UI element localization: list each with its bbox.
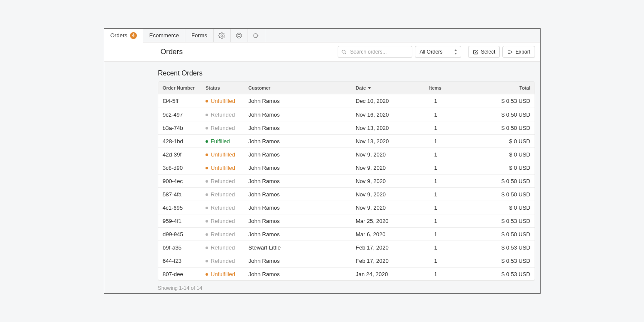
- cell-total: $ 0.53 USD: [446, 268, 535, 281]
- cell-items: 1: [411, 228, 446, 241]
- page-title: Orders: [160, 48, 183, 56]
- cell-total: $ 0.50 USD: [446, 188, 535, 201]
- status-dot-icon: [206, 140, 208, 143]
- cell-order-number: 428-1bd: [158, 135, 201, 148]
- table-row[interactable]: 3c8-d90UnfulfilledJohn RamosNov 9, 20201…: [158, 161, 535, 174]
- cell-customer: John Ramos: [244, 254, 351, 268]
- cell-customer: Stewart Little: [244, 241, 351, 254]
- cell-date: Nov 9, 2020: [351, 148, 411, 161]
- status-dot-icon: [206, 114, 208, 116]
- cell-order-number: f34-5ff: [158, 94, 201, 108]
- select-button[interactable]: Select: [468, 46, 500, 58]
- gear-icon: [218, 32, 225, 39]
- status-label: Refunded: [211, 178, 235, 184]
- export-button[interactable]: Export: [502, 46, 535, 58]
- cell-total: $ 0.53 USD: [446, 94, 535, 108]
- col-status[interactable]: Status: [201, 82, 244, 94]
- col-total[interactable]: Total: [446, 82, 535, 94]
- table-row[interactable]: b3a-74bRefundedJohn RamosNov 13, 20201$ …: [158, 121, 535, 134]
- table-row[interactable]: 959-4f1RefundedJohn RamosMar 25, 20201$ …: [158, 214, 535, 227]
- status-label: Unfulfilled: [211, 271, 235, 277]
- tab-ecommerce-label: Ecommerce: [149, 32, 179, 39]
- status-label: Refunded: [211, 258, 235, 264]
- cell-total: $ 0.53 USD: [446, 241, 535, 254]
- cell-status: Refunded: [201, 214, 244, 228]
- cell-order-number: 959-4f1: [158, 214, 201, 228]
- table-row[interactable]: 42d-39fUnfulfilledJohn RamosNov 9, 20201…: [158, 147, 535, 161]
- table-row[interactable]: 9c2-497RefundedJohn RamosNov 16, 20201$ …: [158, 108, 535, 121]
- cell-order-number: 3c8-d90: [158, 161, 201, 175]
- cell-date: Mar 6, 2020: [351, 228, 411, 241]
- status-dot-icon: [206, 127, 208, 129]
- cell-order-number: b9f-a35: [158, 241, 201, 254]
- cell-total: $ 0.53 USD: [446, 214, 535, 228]
- col-date[interactable]: Date: [351, 82, 411, 94]
- table-header: Order Number Status Customer Date Items …: [158, 82, 535, 94]
- table-row[interactable]: f34-5ffUnfulfilledJohn RamosDec 10, 2020…: [158, 94, 535, 108]
- table-row[interactable]: 644-f23RefundedJohn RamosFeb 17, 20201$ …: [158, 254, 535, 267]
- cell-order-number: 807-dee: [158, 268, 201, 281]
- cell-date: Dec 10, 2020: [351, 94, 411, 108]
- cell-status: Refunded: [201, 241, 244, 254]
- table-row[interactable]: 807-deeUnfulfilledJohn RamosJan 24, 2020…: [158, 267, 535, 280]
- tab-help-icon[interactable]: [231, 29, 248, 42]
- status-dot-icon: [206, 260, 208, 262]
- tab-ecommerce[interactable]: Ecommerce: [143, 29, 185, 42]
- cell-customer: John Ramos: [244, 188, 351, 201]
- tab-publish-icon[interactable]: [248, 29, 265, 42]
- select-button-label: Select: [481, 49, 495, 55]
- cell-items: 1: [411, 94, 446, 108]
- filter-select[interactable]: All Orders: [415, 46, 461, 58]
- search-input[interactable]: [338, 46, 412, 58]
- table-body: f34-5ffUnfulfilledJohn RamosDec 10, 2020…: [158, 94, 535, 280]
- cell-total: $ 0 USD: [446, 135, 535, 148]
- table-row[interactable]: 428-1bdFulfilledJohn RamosNov 13, 20201$…: [158, 134, 535, 147]
- table-row[interactable]: 4c1-695RefundedJohn RamosNov 9, 20201$ 0…: [158, 201, 535, 214]
- table-row[interactable]: b9f-a35RefundedStewart LittleFeb 17, 202…: [158, 241, 535, 254]
- status-dot-icon: [206, 153, 208, 156]
- status-dot-icon: [206, 207, 208, 209]
- section-title: Recent Orders: [158, 69, 535, 77]
- cell-items: 1: [411, 254, 446, 268]
- cell-items: 1: [411, 135, 446, 148]
- svg-line-3: [237, 33, 238, 34]
- cell-order-number: 42d-39f: [158, 148, 201, 161]
- cell-date: Nov 9, 2020: [351, 175, 411, 188]
- check-square-icon: [473, 49, 478, 55]
- cell-date: Feb 17, 2020: [351, 254, 411, 268]
- status-dot-icon: [206, 100, 208, 102]
- cell-total: $ 0 USD: [446, 161, 535, 175]
- cell-items: 1: [411, 148, 446, 161]
- publish-icon: [253, 32, 260, 39]
- cell-status: Refunded: [201, 108, 244, 121]
- cell-customer: John Ramos: [244, 108, 351, 121]
- footer-showing: Showing 1-14 of 14: [158, 281, 535, 291]
- status-label: Refunded: [211, 125, 235, 131]
- cell-total: $ 0.53 USD: [446, 254, 535, 268]
- cell-customer: John Ramos: [244, 201, 351, 214]
- cell-customer: John Ramos: [244, 214, 351, 228]
- export-button-label: Export: [515, 49, 530, 55]
- col-customer[interactable]: Customer: [244, 82, 351, 94]
- tab-settings-icon[interactable]: [214, 29, 231, 42]
- svg-point-7: [254, 33, 257, 37]
- table-row[interactable]: d99-945RefundedJohn RamosMar 6, 20201$ 0…: [158, 227, 535, 241]
- cell-customer: John Ramos: [244, 121, 351, 135]
- status-label: Unfulfilled: [211, 151, 235, 158]
- status-label: Refunded: [211, 244, 235, 251]
- tab-forms-label: Forms: [191, 32, 207, 39]
- status-dot-icon: [206, 273, 208, 276]
- col-order-number[interactable]: Order Number: [158, 82, 201, 94]
- cell-date: Nov 13, 2020: [351, 121, 411, 135]
- col-items[interactable]: Items: [411, 82, 446, 94]
- tab-forms[interactable]: Forms: [185, 29, 214, 42]
- table-row[interactable]: 900-4ecRefundedJohn RamosNov 9, 20201$ 0…: [158, 174, 535, 187]
- status-dot-icon: [206, 180, 208, 183]
- status-dot-icon: [206, 193, 208, 196]
- cell-customer: John Ramos: [244, 228, 351, 241]
- table-row[interactable]: 587-4faRefundedJohn RamosNov 9, 20201$ 0…: [158, 187, 535, 201]
- cell-date: Nov 9, 2020: [351, 201, 411, 214]
- cell-total: $ 0.50 USD: [446, 228, 535, 241]
- svg-line-4: [240, 33, 241, 34]
- tab-orders[interactable]: Orders 4: [104, 29, 143, 42]
